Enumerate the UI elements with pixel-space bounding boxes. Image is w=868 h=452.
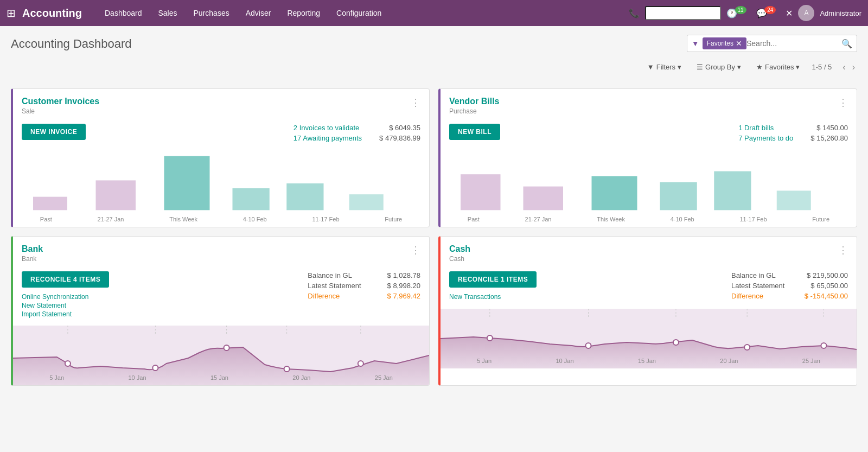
svg-rect-10 (714, 171, 751, 211)
bank-import-link[interactable]: Import Statement (22, 310, 109, 318)
nav-adviser[interactable]: Adviser (238, 5, 279, 21)
controls-row: ▼ Filters ▾ ☰ Group By ▾ ★ Favorites ▾ 1… (644, 61, 857, 73)
bank-card-title: Bank (22, 244, 43, 254)
bank-card-body: RECONCILE 4 ITEMS Online Synchronization… (13, 267, 429, 326)
favorites-button[interactable]: ★ Favorites ▾ (753, 61, 803, 73)
nav-menu: Dashboard Sales Purchases Adviser Report… (97, 5, 627, 21)
bank-stat3-label: Difference (308, 292, 340, 300)
dashboard-grid: Customer Invoices Sale ⋮ NEW INVOICE 2 I… (11, 88, 857, 386)
cash-card-links: New Transactions (449, 293, 537, 301)
cash-line-chart: 5 Jan 10 Jan 15 Jan 20 Jan 25 Jan (441, 309, 857, 368)
customer-invoices-body: NEW INVOICE 2 Invoices to validate $ 604… (13, 119, 429, 149)
vendor-bills-subtitle: Purchase (449, 107, 499, 115)
search-icon[interactable]: 🔍 (841, 39, 852, 49)
new-invoice-button[interactable]: NEW INVOICE (22, 124, 86, 140)
vb-chart-label-feb2: 11-17 Feb (739, 216, 767, 222)
nav-dashboard[interactable]: Dashboard (97, 5, 150, 21)
nav-configuration[interactable]: Configuration (329, 5, 389, 21)
nav-reporting[interactable]: Reporting (279, 5, 328, 21)
cash-chart-label-jan15: 15 Jan (638, 358, 656, 364)
bank-chart-label-jan20: 20 Jan (292, 374, 310, 381)
user-avatar[interactable]: A (798, 5, 814, 21)
customer-invoices-chart-labels: Past 21-27 Jan This Week 4-10 Feb 11-17 … (13, 214, 429, 227)
favorites-btn-label: Favorites (765, 63, 794, 71)
vendor-bills-actions: NEW BILL 1 Draft bills $ 1450.00 7 Payme… (449, 124, 848, 142)
svg-rect-5 (349, 194, 384, 210)
svg-rect-0 (33, 197, 67, 211)
invoices-stat1-label: 2 Invoices to validate (293, 124, 359, 132)
svg-point-25 (744, 345, 750, 350)
bank-card-header: Bank Bank ⋮ (13, 237, 429, 267)
nav-purchases[interactable]: Purchases (186, 5, 237, 21)
groupby-icon: ☰ (697, 63, 703, 71)
phone-icon[interactable]: 📞 (629, 8, 640, 18)
bank-card-subtitle: Bank (22, 255, 43, 263)
bank-card-menu[interactable]: ⋮ (411, 244, 420, 256)
bank-stat2-value: $ 8,998.20 (387, 282, 420, 290)
app-logo: Accounting (22, 7, 82, 20)
cash-chart-label-jan10: 10 Jan (556, 358, 574, 364)
bank-chart-label-jan10: 10 Jan (129, 374, 146, 381)
vendor-bills-card: Vendor Bills Purchase ⋮ NEW BILL 1 Draft… (438, 88, 857, 227)
star-icon: ★ (756, 63, 763, 71)
close-icon[interactable]: ✕ (786, 8, 793, 18)
customer-invoices-header: Customer Invoices Sale ⋮ (13, 89, 429, 119)
cash-card-menu[interactable]: ⋮ (838, 244, 848, 256)
new-bill-button[interactable]: NEW BILL (449, 124, 500, 140)
bank-chart-label-jan15: 15 Jan (210, 374, 228, 381)
cash-stat1-label: Balance in GL (731, 271, 776, 279)
reconcile-bank-button[interactable]: RECONCILE 4 ITEMS (22, 271, 109, 288)
cash-card: Cash Cash ⋮ RECONCILE 1 ITEMS New Transa… (438, 236, 857, 386)
cash-card-title: Cash (449, 244, 470, 254)
favorites-tag-remove[interactable]: ✕ (736, 39, 742, 48)
prev-page-button[interactable]: ‹ (840, 62, 847, 72)
favorites-caret: ▾ (796, 63, 800, 71)
vb-chart-label-past: Past (468, 216, 480, 222)
bank-sync-link[interactable]: Online Synchronization (22, 293, 109, 301)
bank-new-statement-link[interactable]: New Statement (22, 302, 109, 309)
vendor-bills-menu[interactable]: ⋮ (838, 97, 848, 109)
groupby-button[interactable]: ☰ Group By ▾ (693, 61, 744, 73)
search-input[interactable] (746, 39, 841, 48)
invoices-stat2-value: $ 479,836.99 (379, 134, 420, 142)
filters-label: Filters (656, 63, 675, 71)
svg-point-15 (284, 366, 290, 372)
bills-stat1-value: $ 1450.00 (816, 124, 848, 132)
filters-button[interactable]: ▼ Filters ▾ (644, 61, 685, 73)
cash-card-subtitle: Cash (449, 255, 470, 263)
next-page-button[interactable]: › (850, 62, 857, 72)
filter-icon: ▼ (647, 63, 654, 71)
bank-chart-label-jan5: 5 Jan (49, 374, 64, 381)
cash-card-header: Cash Cash ⋮ (441, 237, 857, 267)
cash-chart-label-jan20: 20 Jan (720, 358, 738, 364)
svg-rect-11 (777, 190, 811, 210)
bank-stat1-value: $ 1,028.78 (387, 271, 420, 279)
cash-new-transactions-link[interactable]: New Transactions (449, 293, 537, 301)
cash-chart-label-jan25: 25 Jan (802, 358, 820, 364)
topnav-search-input[interactable] (645, 6, 721, 20)
apps-grid-icon[interactable]: ⊞ (7, 7, 16, 20)
customer-invoices-actions: NEW INVOICE 2 Invoices to validate $ 604… (22, 124, 420, 142)
bank-stat2-label: Latest Statement (308, 282, 361, 290)
vb-chart-label-future: Future (812, 216, 829, 222)
search-box: ▼ Favorites ✕ 🔍 (687, 35, 857, 52)
bank-card: Bank Bank ⋮ RECONCILE 4 ITEMS Online Syn… (11, 236, 430, 386)
svg-point-12 (65, 361, 71, 366)
chat-badge: 24 (764, 6, 776, 14)
svg-point-26 (821, 343, 826, 348)
cash-chart-label-jan5: 5 Jan (477, 358, 492, 364)
nav-sales[interactable]: Sales (151, 5, 185, 21)
bank-chart-label-jan25: 25 Jan (375, 374, 393, 381)
customer-invoices-menu[interactable]: ⋮ (411, 97, 420, 109)
cash-stat2-value: $ 65,050.00 (810, 282, 848, 290)
vb-chart-label-thisweek: This Week (597, 216, 625, 222)
reconcile-cash-button[interactable]: RECONCILE 1 ITEMS (449, 271, 537, 288)
vendor-bills-title: Vendor Bills (449, 97, 499, 106)
bank-stats: Balance in GL $ 1,028.78 Latest Statemen… (308, 271, 420, 302)
invoices-stat2-label: 17 Awaiting payments (293, 134, 362, 142)
chart-label-thisweek: This Week (169, 216, 197, 222)
svg-rect-9 (660, 182, 697, 211)
user-name[interactable]: Administrator (820, 9, 861, 17)
cash-card-actions: RECONCILE 1 ITEMS New Transactions Balan… (449, 271, 848, 302)
pagination-info: 1-5 / 5 (812, 63, 832, 71)
